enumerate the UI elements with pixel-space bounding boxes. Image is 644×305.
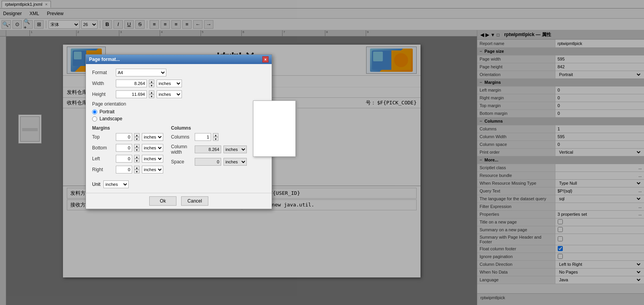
modal-overlay: Page format... × Format A4 Width ▲	[0, 0, 644, 305]
columns-spinner[interactable]: ▲ ▼	[213, 133, 218, 141]
col-width-input[interactable]	[195, 146, 221, 153]
portrait-radio[interactable]	[92, 109, 97, 114]
bottom-label: Bottom	[92, 145, 113, 151]
right-margin-row: Right ▲ ▼ inches	[92, 166, 163, 173]
left-unit-select[interactable]: inches	[142, 155, 163, 163]
right-spin-up[interactable]: ▲	[134, 166, 140, 170]
columns-section: Columns Columns ▲ ▼ Column width	[171, 125, 247, 177]
top-spinner[interactable]: ▲ ▼	[134, 133, 140, 141]
width-spinner[interactable]: ▲ ▼	[149, 80, 154, 87]
modal-footer: Ok Cancel	[86, 193, 272, 209]
col-width-unit-select[interactable]: inches	[223, 146, 247, 153]
width-unit-select[interactable]: inches	[157, 80, 182, 87]
top-unit-select[interactable]: inches	[142, 133, 163, 141]
columns-input[interactable]	[195, 133, 211, 141]
left-margin-row: Left ▲ ▼ inches	[92, 155, 163, 163]
top-spin-down[interactable]: ▼	[134, 137, 140, 141]
space-label: Space	[171, 159, 192, 165]
margins-section: Margins Top ▲ ▼ inches	[92, 125, 163, 177]
height-input[interactable]	[116, 90, 147, 98]
ok-button[interactable]: Ok	[149, 196, 176, 206]
height-spinner[interactable]: ▲ ▼	[149, 90, 154, 98]
modal-body: Format A4 Width ▲ ▼ inches	[86, 64, 272, 193]
width-row: Width ▲ ▼ inches	[92, 80, 247, 87]
width-spin-down[interactable]: ▼	[149, 83, 154, 87]
page-format-modal: Page format... × Format A4 Width ▲	[86, 54, 272, 209]
left-spinner[interactable]: ▲ ▼	[134, 155, 140, 163]
col-width-row: Column width inches	[171, 144, 247, 155]
height-spin-up[interactable]: ▲	[149, 90, 154, 94]
modal-left: Format A4 Width ▲ ▼ inches	[92, 69, 247, 188]
space-unit-select[interactable]: inches	[223, 158, 247, 166]
top-spin-up[interactable]: ▲	[134, 133, 140, 137]
height-label: Height	[92, 92, 113, 97]
modal-right	[253, 69, 296, 188]
orientation-section: Page orientation Portrait Landscape	[92, 101, 247, 121]
columns-label: Columns	[171, 134, 192, 140]
format-select[interactable]: A4	[116, 69, 166, 76]
format-label: Format	[92, 70, 113, 75]
format-row: Format A4	[92, 69, 247, 76]
width-label: Width	[92, 81, 113, 86]
left-label: Left	[92, 156, 113, 161]
left-spin-up[interactable]: ▲	[134, 155, 140, 159]
left-spin-down[interactable]: ▼	[134, 159, 140, 163]
margins-columns-row: Margins Top ▲ ▼ inches	[92, 125, 247, 177]
width-spin-up[interactable]: ▲	[149, 80, 154, 83]
landscape-label: Landscape	[99, 116, 122, 121]
right-label: Right	[92, 167, 113, 172]
space-input[interactable]	[195, 158, 221, 166]
landscape-radio[interactable]	[92, 116, 97, 121]
right-input[interactable]	[116, 166, 132, 173]
unit-row: Unit inches	[92, 180, 247, 188]
bottom-unit-select[interactable]: inches	[142, 144, 163, 152]
columns-title: Columns	[171, 125, 247, 131]
top-margin-row: Top ▲ ▼ inches	[92, 133, 163, 141]
right-spin-down[interactable]: ▼	[134, 170, 140, 173]
orientation-title: Page orientation	[92, 101, 247, 107]
bottom-spin-down[interactable]: ▼	[134, 148, 140, 152]
bottom-spin-up[interactable]: ▲	[134, 144, 140, 148]
cancel-button[interactable]: Cancel	[181, 196, 208, 206]
right-spinner[interactable]: ▲ ▼	[134, 166, 140, 173]
unit-label: Unit	[92, 182, 100, 187]
height-unit-select[interactable]: inches	[157, 90, 182, 98]
portrait-label: Portrait	[99, 109, 115, 114]
modal-title: Page format...	[89, 57, 120, 62]
landscape-row: Landscape	[92, 116, 247, 121]
bottom-spinner[interactable]: ▲ ▼	[134, 144, 140, 152]
bottom-margin-row: Bottom ▲ ▼ inches	[92, 144, 163, 152]
height-row: Height ▲ ▼ inches	[92, 90, 247, 98]
left-input[interactable]	[116, 155, 132, 163]
modal-title-bar: Page format... ×	[86, 55, 272, 64]
page-preview	[253, 101, 296, 157]
col-width-label: Column width	[171, 144, 192, 155]
columns-row: Columns ▲ ▼	[171, 133, 247, 141]
top-label: Top	[92, 134, 113, 140]
margins-title: Margins	[92, 125, 163, 131]
page-preview-container	[253, 101, 296, 157]
right-unit-select[interactable]: inches	[142, 166, 163, 173]
top-input[interactable]	[116, 133, 132, 141]
columns-spin-up[interactable]: ▲	[213, 133, 218, 137]
width-input[interactable]	[116, 80, 147, 87]
height-spin-down[interactable]: ▼	[149, 94, 154, 98]
bottom-input[interactable]	[116, 144, 132, 152]
columns-spin-down[interactable]: ▼	[213, 137, 218, 141]
unit-select[interactable]: inches	[103, 180, 129, 188]
modal-close-btn[interactable]: ×	[262, 56, 269, 62]
portrait-row: Portrait	[92, 109, 247, 114]
space-row: Space inches	[171, 158, 247, 166]
